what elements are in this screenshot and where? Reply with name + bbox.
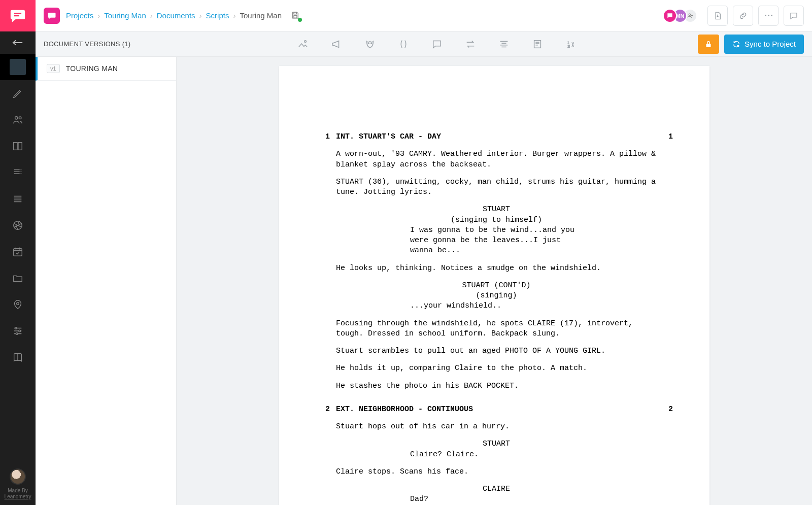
people-icon xyxy=(12,114,23,125)
user-avatar[interactable] xyxy=(10,468,26,485)
sync-button[interactable]: Sync to Project xyxy=(724,35,804,54)
dialog-text[interactable]: ...your windshield.. xyxy=(410,301,583,311)
character-cue[interactable]: CLAIRE xyxy=(410,484,583,494)
rail-aperture[interactable] xyxy=(0,212,36,239)
calendar-check-icon xyxy=(12,246,23,257)
rail-list[interactable] xyxy=(0,186,36,212)
crumb-current: Touring Man xyxy=(240,11,282,20)
scene-number-right: 2 xyxy=(663,405,673,505)
svg-point-8 xyxy=(19,330,21,332)
comments-button[interactable] xyxy=(784,6,804,26)
action-text[interactable]: Stuart scrambles to pull out an aged PHO… xyxy=(336,346,657,356)
version-title: TOURING MAN xyxy=(66,64,118,73)
scene-heading[interactable]: EXT. NEIGHBORHOOD - CONTINUOUS xyxy=(336,405,473,414)
crumb-scripts[interactable]: Scripts xyxy=(206,11,229,20)
dialog-text[interactable]: Dad? xyxy=(410,494,583,504)
rail-calendar[interactable] xyxy=(0,239,36,265)
version-item[interactable]: v1 TOURING MAN xyxy=(36,57,176,81)
svg-rect-10 xyxy=(294,12,296,14)
tool-mask[interactable] xyxy=(363,38,377,51)
svg-point-0 xyxy=(15,117,18,120)
tool-transition[interactable] xyxy=(464,38,477,51)
dialog-text[interactable]: I was gonna to be the wind...and you wer… xyxy=(410,225,583,256)
chevron-right-icon: › xyxy=(199,11,202,20)
note-icon xyxy=(532,39,543,50)
action-text[interactable]: Claire stops. Scans his face. xyxy=(336,467,657,477)
back-button[interactable] xyxy=(0,31,36,54)
rail-book[interactable] xyxy=(0,344,36,371)
more-button[interactable] xyxy=(758,6,779,26)
version-badge: v1 xyxy=(47,64,60,73)
versions-panel: v1 TOURING MAN xyxy=(36,57,177,505)
parentheses-icon xyxy=(398,39,409,50)
action-text[interactable]: Stuart hops out of his car in a hurry. xyxy=(336,422,657,432)
made-by-credit: Made By Leanometry xyxy=(5,488,31,500)
scene-number-right: 1 xyxy=(663,132,673,391)
svg-point-12 xyxy=(689,13,691,15)
parenthetical[interactable]: (singing to himself) xyxy=(410,215,583,225)
action-text[interactable]: STUART (36), unwitting, cocky, man child… xyxy=(336,177,657,198)
tool-align[interactable] xyxy=(497,38,511,51)
svg-point-15 xyxy=(370,43,371,44)
svg-rect-19 xyxy=(706,44,711,47)
tool-announce[interactable] xyxy=(330,38,343,51)
tool-comment[interactable] xyxy=(430,38,444,51)
action-text[interactable]: Focusing through the windshield, he spot… xyxy=(336,319,657,340)
script-editor[interactable]: 1INT. STUART'S CAR - DAYA worn-out, '93 … xyxy=(177,57,812,505)
character-cue[interactable]: STUART (CONT'D) xyxy=(410,281,583,291)
crumb-projects[interactable]: Projects xyxy=(66,11,93,20)
boards-icon xyxy=(12,141,23,152)
svg-rect-2 xyxy=(14,143,17,150)
action-text[interactable]: He looks up, thinking. Notices a smudge … xyxy=(336,263,657,274)
crumb-project[interactable]: Touring Man xyxy=(104,11,146,20)
pin-icon xyxy=(12,299,23,310)
lock-icon xyxy=(704,40,713,49)
action-text[interactable]: He stashes the photo in his BACK POCKET. xyxy=(336,381,657,391)
rail-strips[interactable] xyxy=(0,159,36,186)
strips-icon xyxy=(12,167,23,178)
list-icon xyxy=(12,193,23,205)
parenthetical[interactable]: (singing) xyxy=(410,291,583,301)
app-logo[interactable] xyxy=(0,0,36,31)
svg-point-6 xyxy=(17,302,19,305)
refresh-icon xyxy=(732,40,740,48)
svg-rect-11 xyxy=(294,15,297,18)
lock-button[interactable] xyxy=(698,35,719,54)
presence-comment-icon[interactable] xyxy=(663,9,677,23)
rail-boards[interactable] xyxy=(0,133,36,159)
character-cue[interactable]: STUART xyxy=(410,439,583,449)
export-pdf-button[interactable] xyxy=(707,6,728,26)
dialog-text[interactable]: Claire? Claire. xyxy=(410,450,583,460)
svg-point-13 xyxy=(304,40,306,42)
book-icon xyxy=(12,352,23,363)
presence-stack: MN xyxy=(663,9,697,23)
tool-note[interactable] xyxy=(531,38,544,51)
link-button[interactable] xyxy=(733,6,753,26)
action-text[interactable]: He holds it up, comparing Claire to the … xyxy=(336,363,657,374)
character-cue[interactable]: STUART xyxy=(410,205,583,215)
scene-heading[interactable]: INT. STUART'S CAR - DAY xyxy=(336,132,441,141)
rail-folder[interactable] xyxy=(0,265,36,291)
editor-toolbar: DOCUMENT VERSIONS (1) 12 Sync to Project xyxy=(36,31,812,57)
save-status[interactable] xyxy=(291,11,301,21)
tool-image[interactable] xyxy=(296,38,310,51)
tool-parenthetical[interactable] xyxy=(397,38,410,51)
speech-icon xyxy=(431,39,443,50)
saved-indicator-icon xyxy=(298,18,302,22)
swap-icon xyxy=(465,39,476,50)
chevron-right-icon: › xyxy=(97,11,100,20)
chevron-right-icon: › xyxy=(233,11,235,20)
topbar: Projects › Touring Man › Documents › Scr… xyxy=(36,0,812,31)
rail-edit[interactable] xyxy=(0,80,36,107)
rail-people[interactable] xyxy=(0,107,36,133)
rail-location[interactable] xyxy=(0,291,36,318)
rail-project-thumb[interactable] xyxy=(0,54,36,80)
project-home-button[interactable] xyxy=(44,8,60,24)
tool-numbers[interactable]: 12 xyxy=(564,38,578,51)
crumb-documents[interactable]: Documents xyxy=(157,11,195,20)
svg-point-1 xyxy=(19,117,21,119)
chevron-right-icon: › xyxy=(150,11,153,20)
svg-text:2: 2 xyxy=(567,44,569,49)
rail-settings[interactable] xyxy=(0,318,36,344)
action-text[interactable]: A worn-out, '93 CAMRY. Weathered interio… xyxy=(336,149,657,170)
